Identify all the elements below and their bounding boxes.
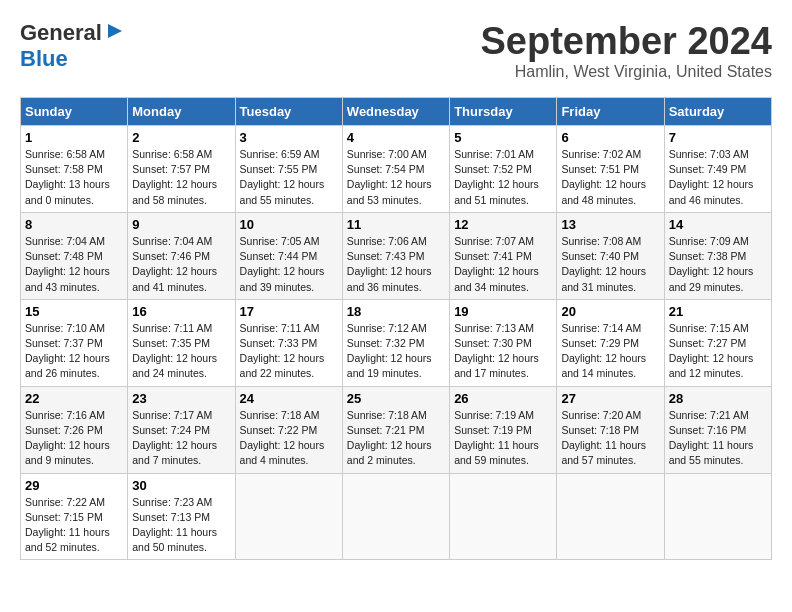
calendar-cell (664, 473, 771, 560)
calendar-week-3: 15Sunrise: 7:10 AM Sunset: 7:37 PM Dayli… (21, 299, 772, 386)
calendar-cell: 2Sunrise: 6:58 AM Sunset: 7:57 PM Daylig… (128, 126, 235, 213)
cell-content: Sunrise: 7:12 AM Sunset: 7:32 PM Dayligh… (347, 321, 445, 382)
calendar-cell: 12Sunrise: 7:07 AM Sunset: 7:41 PM Dayli… (450, 212, 557, 299)
cell-content: Sunrise: 7:10 AM Sunset: 7:37 PM Dayligh… (25, 321, 123, 382)
day-number: 4 (347, 130, 445, 145)
cell-content: Sunrise: 7:18 AM Sunset: 7:21 PM Dayligh… (347, 408, 445, 469)
calendar-cell: 14Sunrise: 7:09 AM Sunset: 7:38 PM Dayli… (664, 212, 771, 299)
weekday-header-wednesday: Wednesday (342, 98, 449, 126)
cell-content: Sunrise: 7:02 AM Sunset: 7:51 PM Dayligh… (561, 147, 659, 208)
cell-content: Sunrise: 7:03 AM Sunset: 7:49 PM Dayligh… (669, 147, 767, 208)
day-number: 20 (561, 304, 659, 319)
day-number: 23 (132, 391, 230, 406)
cell-content: Sunrise: 7:07 AM Sunset: 7:41 PM Dayligh… (454, 234, 552, 295)
day-number: 18 (347, 304, 445, 319)
calendar-cell (557, 473, 664, 560)
calendar-cell: 24Sunrise: 7:18 AM Sunset: 7:22 PM Dayli… (235, 386, 342, 473)
calendar-cell: 26Sunrise: 7:19 AM Sunset: 7:19 PM Dayli… (450, 386, 557, 473)
calendar-cell: 17Sunrise: 7:11 AM Sunset: 7:33 PM Dayli… (235, 299, 342, 386)
weekday-header-tuesday: Tuesday (235, 98, 342, 126)
cell-content: Sunrise: 7:11 AM Sunset: 7:35 PM Dayligh… (132, 321, 230, 382)
calendar-cell: 30Sunrise: 7:23 AM Sunset: 7:13 PM Dayli… (128, 473, 235, 560)
day-number: 13 (561, 217, 659, 232)
calendar-cell: 13Sunrise: 7:08 AM Sunset: 7:40 PM Dayli… (557, 212, 664, 299)
day-number: 21 (669, 304, 767, 319)
cell-content: Sunrise: 7:01 AM Sunset: 7:52 PM Dayligh… (454, 147, 552, 208)
day-number: 28 (669, 391, 767, 406)
day-number: 22 (25, 391, 123, 406)
day-number: 24 (240, 391, 338, 406)
cell-content: Sunrise: 7:00 AM Sunset: 7:54 PM Dayligh… (347, 147, 445, 208)
weekday-header-sunday: Sunday (21, 98, 128, 126)
calendar-cell: 11Sunrise: 7:06 AM Sunset: 7:43 PM Dayli… (342, 212, 449, 299)
weekday-header-thursday: Thursday (450, 98, 557, 126)
day-number: 30 (132, 478, 230, 493)
page-header: General Blue September 2024 Hamlin, West… (20, 20, 772, 81)
day-number: 15 (25, 304, 123, 319)
calendar-table: SundayMondayTuesdayWednesdayThursdayFrid… (20, 97, 772, 560)
logo-blue: Blue (20, 46, 68, 71)
day-number: 1 (25, 130, 123, 145)
cell-content: Sunrise: 7:19 AM Sunset: 7:19 PM Dayligh… (454, 408, 552, 469)
cell-content: Sunrise: 7:14 AM Sunset: 7:29 PM Dayligh… (561, 321, 659, 382)
cell-content: Sunrise: 7:16 AM Sunset: 7:26 PM Dayligh… (25, 408, 123, 469)
cell-content: Sunrise: 7:04 AM Sunset: 7:48 PM Dayligh… (25, 234, 123, 295)
day-number: 11 (347, 217, 445, 232)
calendar-cell: 27Sunrise: 7:20 AM Sunset: 7:18 PM Dayli… (557, 386, 664, 473)
cell-content: Sunrise: 6:58 AM Sunset: 7:57 PM Dayligh… (132, 147, 230, 208)
calendar-cell (450, 473, 557, 560)
day-number: 2 (132, 130, 230, 145)
cell-content: Sunrise: 7:23 AM Sunset: 7:13 PM Dayligh… (132, 495, 230, 556)
calendar-week-4: 22Sunrise: 7:16 AM Sunset: 7:26 PM Dayli… (21, 386, 772, 473)
calendar-cell: 19Sunrise: 7:13 AM Sunset: 7:30 PM Dayli… (450, 299, 557, 386)
calendar-cell (235, 473, 342, 560)
day-number: 19 (454, 304, 552, 319)
calendar-cell: 5Sunrise: 7:01 AM Sunset: 7:52 PM Daylig… (450, 126, 557, 213)
location: Hamlin, West Virginia, United States (481, 63, 773, 81)
calendar-body: 1Sunrise: 6:58 AM Sunset: 7:58 PM Daylig… (21, 126, 772, 560)
day-number: 9 (132, 217, 230, 232)
weekday-header-friday: Friday (557, 98, 664, 126)
day-number: 14 (669, 217, 767, 232)
cell-content: Sunrise: 7:04 AM Sunset: 7:46 PM Dayligh… (132, 234, 230, 295)
day-number: 12 (454, 217, 552, 232)
calendar-cell: 8Sunrise: 7:04 AM Sunset: 7:48 PM Daylig… (21, 212, 128, 299)
cell-content: Sunrise: 7:08 AM Sunset: 7:40 PM Dayligh… (561, 234, 659, 295)
cell-content: Sunrise: 7:06 AM Sunset: 7:43 PM Dayligh… (347, 234, 445, 295)
cell-content: Sunrise: 7:09 AM Sunset: 7:38 PM Dayligh… (669, 234, 767, 295)
calendar-cell: 29Sunrise: 7:22 AM Sunset: 7:15 PM Dayli… (21, 473, 128, 560)
day-number: 5 (454, 130, 552, 145)
logo-general: General (20, 22, 102, 44)
calendar-cell: 1Sunrise: 6:58 AM Sunset: 7:58 PM Daylig… (21, 126, 128, 213)
cell-content: Sunrise: 6:58 AM Sunset: 7:58 PM Dayligh… (25, 147, 123, 208)
day-number: 17 (240, 304, 338, 319)
logo-arrow-icon (104, 20, 126, 42)
calendar-cell: 25Sunrise: 7:18 AM Sunset: 7:21 PM Dayli… (342, 386, 449, 473)
calendar-cell: 3Sunrise: 6:59 AM Sunset: 7:55 PM Daylig… (235, 126, 342, 213)
day-number: 3 (240, 130, 338, 145)
cell-content: Sunrise: 7:13 AM Sunset: 7:30 PM Dayligh… (454, 321, 552, 382)
cell-content: Sunrise: 7:15 AM Sunset: 7:27 PM Dayligh… (669, 321, 767, 382)
day-number: 16 (132, 304, 230, 319)
cell-content: Sunrise: 6:59 AM Sunset: 7:55 PM Dayligh… (240, 147, 338, 208)
calendar-cell: 4Sunrise: 7:00 AM Sunset: 7:54 PM Daylig… (342, 126, 449, 213)
cell-content: Sunrise: 7:22 AM Sunset: 7:15 PM Dayligh… (25, 495, 123, 556)
calendar-header-row: SundayMondayTuesdayWednesdayThursdayFrid… (21, 98, 772, 126)
calendar-cell: 28Sunrise: 7:21 AM Sunset: 7:16 PM Dayli… (664, 386, 771, 473)
svg-marker-0 (108, 24, 122, 38)
day-number: 10 (240, 217, 338, 232)
calendar-cell: 16Sunrise: 7:11 AM Sunset: 7:35 PM Dayli… (128, 299, 235, 386)
calendar-cell (342, 473, 449, 560)
day-number: 27 (561, 391, 659, 406)
cell-content: Sunrise: 7:20 AM Sunset: 7:18 PM Dayligh… (561, 408, 659, 469)
calendar-cell: 9Sunrise: 7:04 AM Sunset: 7:46 PM Daylig… (128, 212, 235, 299)
weekday-header-monday: Monday (128, 98, 235, 126)
weekday-header-saturday: Saturday (664, 98, 771, 126)
cell-content: Sunrise: 7:05 AM Sunset: 7:44 PM Dayligh… (240, 234, 338, 295)
title-section: September 2024 Hamlin, West Virginia, Un… (481, 20, 773, 81)
logo: General Blue (20, 20, 126, 72)
day-number: 29 (25, 478, 123, 493)
calendar-week-2: 8Sunrise: 7:04 AM Sunset: 7:48 PM Daylig… (21, 212, 772, 299)
calendar-cell: 23Sunrise: 7:17 AM Sunset: 7:24 PM Dayli… (128, 386, 235, 473)
calendar-cell: 7Sunrise: 7:03 AM Sunset: 7:49 PM Daylig… (664, 126, 771, 213)
